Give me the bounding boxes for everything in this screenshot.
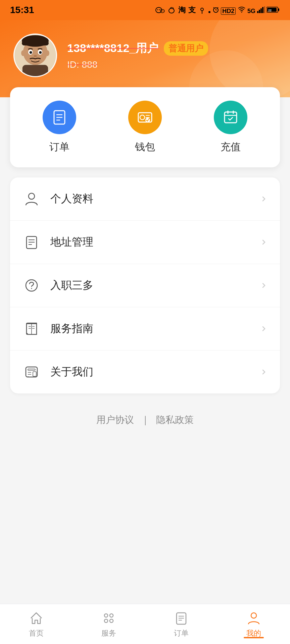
menu-label-onboarding: 入职三多	[50, 278, 260, 293]
svg-point-6	[169, 8, 174, 13]
svg-point-1	[157, 9, 158, 10]
mine-nav-icon	[246, 610, 262, 626]
nav-item-mine[interactable]: 我的	[218, 610, 290, 638]
avatar-image	[14, 35, 56, 76]
wallet-card-label: 钱包	[135, 140, 155, 154]
arrow-right-icon	[260, 195, 268, 203]
svg-point-30	[46, 50, 49, 56]
about-icon	[22, 363, 41, 381]
footer-separator: ｜	[141, 415, 150, 425]
person-icon	[22, 190, 41, 208]
svg-rect-15	[264, 6, 265, 13]
svg-point-3	[160, 9, 164, 13]
service-nav-label: 服务	[101, 628, 116, 638]
svg-point-70	[251, 613, 256, 618]
svg-rect-17	[278, 8, 279, 11]
orders-card-label: 订单	[49, 140, 69, 154]
svg-point-28	[34, 55, 37, 57]
signal-icon	[257, 6, 265, 13]
svg-point-64	[104, 619, 108, 623]
orders-nav-label: 订单	[174, 628, 189, 638]
dot-status-icon	[208, 11, 210, 13]
menu-label-address: 地址管理	[50, 235, 260, 250]
svg-point-44	[29, 193, 35, 199]
home-nav-icon	[28, 610, 44, 626]
home-nav-label: 首页	[29, 628, 44, 638]
dot-icon: HD2 5G 22	[208, 6, 280, 15]
menu-item-guide[interactable]: 服务指南	[10, 307, 280, 351]
profile-subtitle: ID: 888	[67, 59, 277, 70]
svg-rect-61	[33, 372, 36, 376]
svg-text:22: 22	[268, 9, 272, 12]
wifi-icon	[237, 6, 246, 13]
svg-point-10	[241, 11, 242, 12]
nav-item-home[interactable]: 首页	[0, 610, 72, 638]
orders-icon-circle	[43, 101, 76, 134]
weibo-icon	[167, 6, 176, 14]
menu-item-address[interactable]: 地址管理	[10, 221, 280, 264]
svg-point-37	[140, 115, 145, 120]
menu-label-guide: 服务指南	[50, 321, 260, 336]
svg-point-4	[161, 11, 162, 11]
recharge-card-label: 充值	[221, 140, 241, 154]
bottom-navigation: 首页 服务 订单	[0, 604, 290, 644]
svg-point-50	[31, 288, 32, 289]
svg-point-29	[21, 50, 25, 56]
active-nav-indicator	[244, 637, 264, 638]
orders-nav-icon	[173, 610, 189, 626]
menu-item-onboarding[interactable]: 入职三多	[10, 264, 280, 307]
taobao-icon: 淘	[178, 5, 186, 15]
nav-item-orders[interactable]: 订单	[145, 610, 218, 638]
alarm-icon	[212, 6, 220, 13]
status-time: 15:31	[10, 5, 34, 15]
svg-rect-11	[257, 11, 258, 13]
wechat-icon	[155, 6, 165, 14]
wallet-icon	[136, 109, 154, 126]
svg-point-49	[26, 280, 37, 291]
alipay-icon: 支	[188, 5, 196, 15]
arrow-right-icon-4	[260, 325, 268, 333]
quick-cards-section: 订单 钱包	[10, 87, 280, 167]
address-icon	[22, 233, 41, 252]
svg-point-26	[30, 51, 32, 54]
menu-label-about: 关于我们	[50, 365, 260, 379]
orders-icon	[51, 109, 68, 126]
quick-card-recharge[interactable]: 充值	[188, 101, 273, 154]
svg-point-7	[201, 8, 203, 11]
svg-rect-23	[22, 41, 49, 45]
svg-point-27	[39, 51, 42, 54]
svg-point-65	[110, 619, 113, 623]
arrow-right-icon-2	[260, 238, 268, 246]
menu-item-about[interactable]: 关于我们	[10, 351, 280, 393]
wallet-icon-circle	[128, 101, 162, 134]
user-agreement-link[interactable]: 用户协议	[96, 415, 134, 425]
user-level-badge: 普通用户	[164, 41, 208, 56]
service-nav-icon	[101, 610, 117, 626]
menu-item-profile[interactable]: 个人资料	[10, 177, 280, 221]
status-bar: 15:31 淘 支 HD2 5G	[0, 0, 290, 20]
header-profile-area: 138****8812_用户 普通用户 ID: 888	[0, 20, 290, 97]
svg-rect-12	[259, 10, 260, 13]
svg-point-63	[110, 614, 113, 617]
svg-point-8	[208, 11, 210, 13]
profile-name: 138****8812_用户	[67, 41, 158, 56]
svg-rect-13	[260, 8, 262, 13]
maps-icon	[198, 6, 206, 14]
question-icon	[22, 276, 41, 295]
svg-rect-41	[225, 112, 237, 123]
svg-point-62	[104, 614, 108, 617]
book-icon	[22, 319, 41, 338]
menu-list: 个人资料 地址管理 入职三多	[10, 177, 280, 393]
privacy-policy-link[interactable]: 隐私政策	[156, 415, 194, 425]
svg-rect-14	[262, 7, 263, 13]
svg-point-2	[159, 9, 160, 10]
nav-item-service[interactable]: 服务	[72, 610, 145, 638]
battery-icon: 22	[267, 6, 280, 13]
recharge-icon	[222, 109, 239, 126]
5g-icon: 5G	[247, 8, 255, 14]
svg-rect-31	[22, 65, 48, 76]
quick-card-orders[interactable]: 订单	[17, 101, 102, 154]
avatar[interactable]	[13, 34, 57, 77]
quick-card-wallet[interactable]: 钱包	[102, 101, 188, 154]
footer-links: 用户协议 ｜ 隐私政策	[0, 393, 290, 440]
